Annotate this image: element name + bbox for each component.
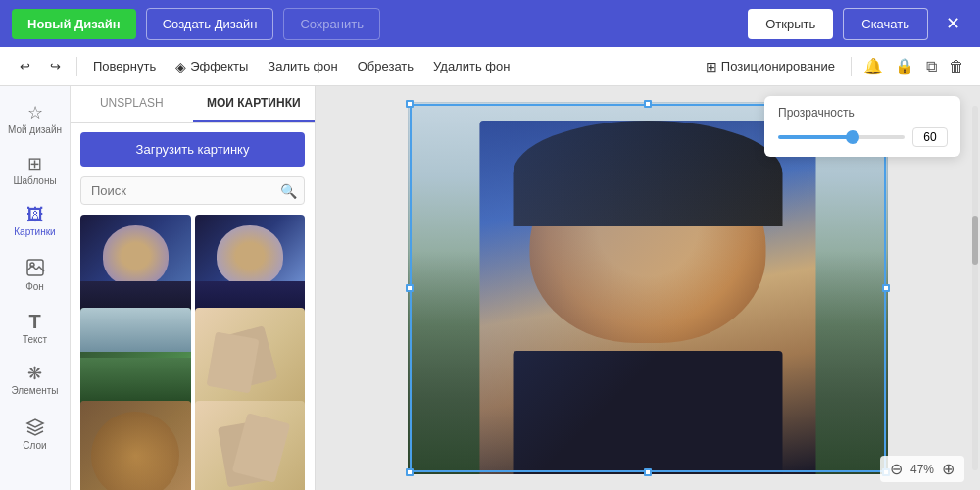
remove-bg-button[interactable]: Удалить фон (425, 55, 517, 77)
close-button[interactable]: ✕ (938, 9, 968, 38)
tab-unsplash[interactable]: UNSPLASH (71, 86, 193, 122)
background-icon (24, 257, 46, 278)
elements-icon: ❋ (27, 365, 42, 382)
lock-icon-button[interactable]: 🔒 (891, 53, 918, 79)
star-icon: ☆ (27, 104, 43, 122)
transparency-slider[interactable] (778, 135, 905, 139)
sidebar-item-label: Мой дизайн (8, 124, 62, 135)
layers-stack-icon (24, 416, 46, 437)
scrollbar-track (972, 106, 978, 470)
search-input[interactable] (80, 176, 305, 205)
transparency-label: Прозрачность (778, 106, 947, 120)
bell-icon: 🔔 (863, 58, 883, 74)
sidebar-item-label: Текст (23, 334, 47, 345)
zoom-in-button[interactable]: ⊕ (940, 458, 956, 480)
grid-icon: ⊞ (27, 155, 42, 172)
copy-icon: ⧉ (926, 58, 937, 74)
transparency-row: 60 (778, 127, 947, 147)
left-panel: UNSPLASH МОИ КАРТИНКИ Загрузить картинку… (71, 86, 316, 490)
main-area: ☆ Мой дизайн ⊞ Шаблоны 🖼 Картинки Фон T … (0, 86, 980, 490)
layers-icon: ⊞ (706, 59, 717, 74)
delete-icon-button[interactable]: 🗑 (945, 54, 968, 79)
zoom-out-button[interactable]: ⊖ (888, 458, 905, 480)
crop-button[interactable]: Обрезать (350, 55, 421, 77)
sidebar-item-text[interactable]: T Текст (0, 302, 70, 355)
lock-icon: 🔒 (895, 58, 914, 74)
canvas-bottom-bar: ⊖ 47% ⊕ (880, 456, 964, 482)
save-button[interactable]: Сохранить (283, 8, 380, 40)
sidebar-item-label: Картинки (14, 226, 55, 237)
redo-icon: ↪ (50, 59, 61, 74)
sidebar-item-label: Элементы (12, 385, 59, 396)
undo-icon: ↩ (20, 59, 30, 74)
bell-icon-button[interactable]: 🔔 (859, 53, 887, 79)
rotate-button[interactable]: Повернуть (85, 55, 164, 77)
separator2 (851, 57, 852, 76)
image-icon: 🖼 (26, 206, 44, 223)
sidebar-item-label: Слои (23, 440, 46, 451)
download-button[interactable]: Скачать (843, 8, 928, 40)
sidebar-item-layers[interactable]: Слои (0, 406, 70, 461)
redo-button[interactable]: ↪ (42, 55, 69, 77)
canvas-woman-image[interactable] (480, 121, 816, 474)
copy-icon-button[interactable]: ⧉ (922, 54, 941, 79)
search-container: 🔍 (80, 176, 305, 205)
transparency-value-input[interactable]: 60 (912, 127, 948, 147)
zoom-level: 47% (910, 463, 934, 476)
top-bar: Новый Дизайн Создать Дизайн Сохранить От… (0, 0, 980, 47)
new-design-button[interactable]: Новый Дизайн (12, 9, 136, 39)
sidebar-item-label: Фон (25, 281, 44, 292)
sidebar-item-background[interactable]: Фон (0, 247, 70, 302)
sidebar-item-label: Шаблоны (13, 175, 56, 186)
separator (76, 57, 77, 76)
search-icon: 🔍 (280, 183, 297, 199)
list-item[interactable] (195, 401, 306, 490)
open-button[interactable]: Открыть (748, 9, 833, 39)
effects-button[interactable]: ◈ Эффекты (168, 55, 256, 78)
scrollbar-thumb[interactable] (972, 216, 978, 265)
positioning-button[interactable]: ⊞ Позиционирование (698, 55, 843, 78)
panel-tabs: UNSPLASH МОИ КАРТИНКИ (71, 86, 315, 122)
sidebar-item-elements[interactable]: ❋ Элементы (0, 355, 70, 406)
transparency-popup: Прозрачность 60 (764, 96, 960, 157)
sidebar-item-my-design[interactable]: ☆ Мой дизайн (0, 94, 70, 145)
canvas-wrapper (408, 102, 888, 474)
fill-bg-button[interactable]: Залить фон (260, 55, 345, 77)
sidebar-item-images[interactable]: 🖼 Картинки (0, 196, 70, 247)
undo-button[interactable]: ↩ (12, 55, 38, 77)
effects-icon: ◈ (175, 59, 186, 74)
sidebar: ☆ Мой дизайн ⊞ Шаблоны 🖼 Картинки Фон T … (0, 86, 71, 490)
text-icon: T (28, 312, 40, 331)
list-item[interactable] (80, 401, 191, 490)
tool-bar: ↩ ↪ Повернуть ◈ Эффекты Залить фон Обрез… (0, 47, 980, 86)
sidebar-item-templates[interactable]: ⊞ Шаблоны (0, 145, 70, 196)
create-design-button[interactable]: Создать Дизайн (146, 8, 274, 40)
canvas-area: Прозрачность 60 ⊖ 47% ⊕ (316, 86, 980, 490)
trash-icon: 🗑 (949, 58, 964, 74)
tab-my-images[interactable]: МОИ КАРТИНКИ (193, 86, 316, 122)
upload-image-button[interactable]: Загрузить картинку (80, 132, 305, 167)
image-grid (71, 215, 315, 490)
